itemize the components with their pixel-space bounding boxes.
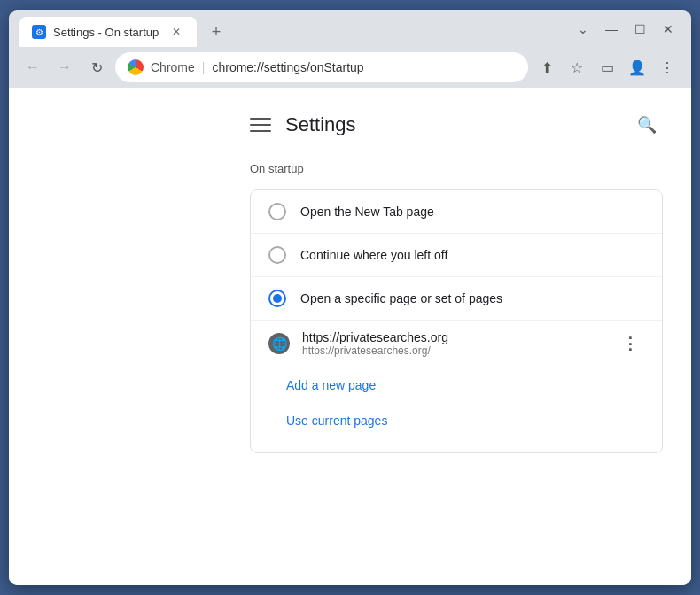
bookmark-button[interactable]: ☆	[564, 54, 590, 81]
reload-button[interactable]: ↻	[83, 54, 110, 81]
search-icon: 🔍	[637, 115, 657, 135]
maximize-button[interactable]: ☐	[627, 19, 652, 39]
window-controls: ⌄ — ☐ ✕	[571, 19, 681, 44]
minimize-button[interactable]: —	[599, 19, 624, 39]
sidebar-button[interactable]: ▭	[594, 54, 620, 81]
option-new-tab-label: Open the New Tab page	[300, 205, 434, 219]
page-title: Settings	[285, 113, 356, 136]
startup-options-card: Open the New Tab page Continue where you…	[250, 189, 663, 453]
address-separator: |	[202, 60, 206, 74]
option-continue-label: Continue where you left off	[300, 248, 447, 262]
settings-sidebar	[9, 88, 222, 585]
section-title: On startup	[250, 162, 663, 175]
tab-favicon: ⚙	[32, 25, 46, 39]
site-icon	[128, 59, 144, 75]
hamburger-menu-button[interactable]	[250, 114, 271, 135]
address-brand: Chrome	[151, 60, 195, 74]
page-more-button[interactable]: ⋮	[616, 329, 644, 358]
profile-button[interactable]: 👤	[624, 54, 650, 81]
add-page-link[interactable]: Add a new page	[268, 367, 644, 403]
close-button[interactable]: ✕	[656, 19, 681, 39]
toolbar-actions: ⬆ ☆ ▭ 👤 ⋮	[533, 54, 681, 81]
forward-button[interactable]: →	[51, 54, 78, 81]
title-bar: ⚙ Settings - On startup ✕ + ⌄ — ☐ ✕	[9, 10, 691, 47]
tab-close-button[interactable]: ✕	[168, 24, 184, 40]
radio-inner-dot	[273, 294, 282, 303]
site-info: https://privatesearches.org https://priv…	[302, 330, 603, 357]
radio-new-tab[interactable]	[268, 203, 286, 220]
settings-page: PC Settings 🔍	[9, 88, 691, 585]
settings-header: Settings 🔍	[250, 109, 663, 141]
settings-search-button[interactable]: 🔍	[631, 109, 663, 141]
site-url: https://privatesearches.org/	[302, 344, 603, 357]
active-tab[interactable]: ⚙ Settings - On startup ✕	[19, 17, 197, 47]
option-specific-label: Open a specific page or set of pages	[300, 291, 502, 305]
option-new-tab[interactable]: Open the New Tab page	[251, 190, 662, 234]
startup-pages-section: 🌐 https://privatesearches.org https://pr…	[251, 321, 662, 452]
radio-specific[interactable]	[268, 290, 286, 307]
browser-toolbar: ← → ↻ Chrome | chrome://settings/onStart…	[9, 47, 691, 88]
tab-title: Settings - On startup	[53, 26, 159, 39]
option-continue[interactable]: Continue where you left off	[251, 234, 662, 277]
browser-window: ⚙ Settings - On startup ✕ + ⌄ — ☐ ✕ ← → …	[9, 10, 691, 585]
site-name: https://privatesearches.org	[302, 330, 603, 344]
back-button[interactable]: ←	[19, 54, 46, 81]
dropdown-button[interactable]: ⌄	[571, 19, 595, 39]
use-current-pages-link[interactable]: Use current pages	[268, 403, 644, 438]
menu-button[interactable]: ⋮	[654, 54, 681, 81]
page-entry: 🌐 https://privatesearches.org https://pr…	[268, 321, 644, 367]
address-bar[interactable]: Chrome | chrome://settings/onStartup	[115, 52, 528, 82]
radio-continue[interactable]	[268, 246, 286, 264]
content-area: PC Settings 🔍	[9, 88, 691, 585]
option-specific[interactable]: Open a specific page or set of pages	[251, 277, 662, 321]
new-tab-button[interactable]: +	[204, 19, 229, 44]
site-globe-icon: 🌐	[268, 333, 290, 354]
address-path: chrome://settings/onStartup	[212, 60, 363, 74]
share-button[interactable]: ⬆	[533, 54, 560, 81]
settings-main: PC Settings 🔍	[222, 88, 691, 585]
